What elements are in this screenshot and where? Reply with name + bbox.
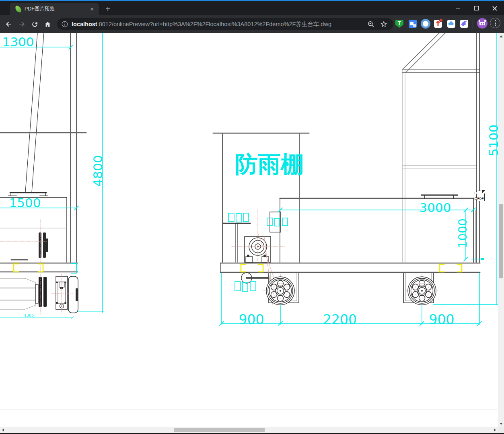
extension-bird[interactable] [460, 20, 468, 28]
wheel-disc [43, 277, 47, 307]
zoom-level-icon[interactable] [367, 20, 375, 28]
axle [0, 278, 35, 309]
page-boundary-line [0, 409, 498, 409]
extension-with-badge[interactable] [434, 20, 442, 28]
dim-1385: 1385 [24, 313, 34, 317]
dim-1500: 1500 [9, 195, 41, 210]
extension-tampermonkey[interactable]: T [395, 20, 403, 28]
mast-line [25, 33, 37, 192]
scroll-up-arrow-icon[interactable] [500, 35, 503, 37]
translate-icon [409, 20, 417, 28]
dim-2200: 2200 [323, 312, 357, 327]
profile-avatar[interactable] [477, 18, 488, 29]
vertical-scroll-thumb[interactable] [499, 204, 503, 278]
left-dimension-labels: 1300 1500 4800 1385 [2, 35, 105, 317]
badge-nub [475, 192, 477, 194]
shelter-label: 防雨棚 [235, 151, 304, 177]
scroll-down-arrow-icon[interactable] [500, 423, 503, 425]
dim-1000: 1000 [456, 218, 469, 248]
roof-line [403, 33, 439, 69]
scroll-left-arrow-icon[interactable] [2, 428, 4, 432]
cloud-icon [447, 20, 455, 28]
notification-badge [439, 19, 443, 22]
pdf-badge-label: PDF [477, 197, 484, 200]
browser-menu-button[interactable] [490, 18, 500, 28]
disc [39, 232, 41, 258]
page-content: 1300 1500 4800 1385 [0, 33, 504, 427]
tampermonkey-shield-icon: T [395, 20, 403, 28]
minimize-icon [456, 8, 460, 8]
avatar-ear [484, 20, 486, 22]
browser-window: PDF图片预览 ✕ + localhost:8012/online [0, 0, 504, 434]
horizontal-scroll-thumb[interactable] [174, 428, 265, 432]
dim-3000: 3000 [420, 200, 451, 215]
scroll-right-arrow-icon[interactable] [494, 428, 496, 432]
home-icon [44, 21, 51, 28]
dim-1300: 1300 [2, 35, 34, 49]
minimize-button[interactable] [448, 1, 467, 15]
bearing-block [56, 276, 68, 309]
dim-4800: 4800 [91, 155, 105, 187]
tab-strip: PDF图片预览 ✕ + [0, 1, 504, 15]
window-controls [448, 1, 504, 15]
deck-highlights [241, 264, 462, 272]
browser-tab[interactable]: PDF图片预览 ✕ [10, 3, 99, 15]
ring-icon [421, 19, 430, 29]
dim-900-left: 900 [239, 312, 264, 327]
main-dimensions [220, 33, 498, 325]
cad-drawing: 1300 1500 4800 1385 [0, 33, 498, 427]
back-button[interactable] [2, 17, 16, 31]
horizontal-scrollbar[interactable] [0, 427, 498, 433]
disc [43, 232, 46, 258]
bookmark-star-icon[interactable] [380, 20, 388, 28]
site-info-icon[interactable] [61, 20, 69, 28]
pdf-download-badge[interactable]: PDF [476, 191, 485, 201]
vertical-scrollbar[interactable] [498, 33, 504, 427]
home-button[interactable] [40, 17, 55, 31]
address-bar[interactable]: localhost:8012/onlinePreview?url=http%3A… [57, 18, 393, 30]
reload-button[interactable] [27, 17, 42, 31]
maximize-button[interactable] [467, 1, 485, 15]
toolbar-separator [473, 19, 473, 29]
extension-translate[interactable] [409, 20, 417, 28]
mast-line [32, 33, 44, 192]
wheel-left [266, 277, 294, 305]
maximize-icon [474, 6, 479, 10]
new-tab-button[interactable]: + [103, 4, 113, 14]
scrollbar-corner [498, 427, 504, 433]
url-path: :8012/onlinePreview?url=http%3A%2F%2Floc… [97, 21, 331, 27]
browser-toolbar: localhost:8012/onlinePreview?url=http%3A… [0, 15, 504, 33]
url-text[interactable]: localhost:8012/onlinePreview?url=http%3A… [72, 18, 331, 30]
dim-900-right: 900 [429, 312, 455, 327]
url-host: localhost [72, 21, 97, 27]
tab-title: PDF图片预览 [25, 6, 88, 12]
wheel-right [408, 277, 436, 305]
dim-5100: 5100 [486, 125, 498, 156]
extension-cloud[interactable] [447, 20, 455, 28]
left-dimensions [0, 33, 103, 319]
left-highlights [14, 264, 43, 272]
back-icon [5, 20, 13, 28]
close-icon [492, 6, 497, 11]
extension-proxy[interactable] [422, 20, 430, 28]
close-button[interactable] [485, 1, 504, 15]
tab-close-icon[interactable]: ✕ [88, 6, 96, 13]
roof-line [406, 33, 445, 72]
spring-leaf-favicon [15, 6, 22, 12]
panel-box [270, 212, 281, 232]
hub-plate [35, 284, 38, 303]
reload-icon [31, 21, 39, 28]
forward-icon [18, 20, 26, 28]
bird-icon [460, 20, 468, 28]
forward-button[interactable] [14, 17, 29, 31]
avatar-face [479, 22, 485, 25]
